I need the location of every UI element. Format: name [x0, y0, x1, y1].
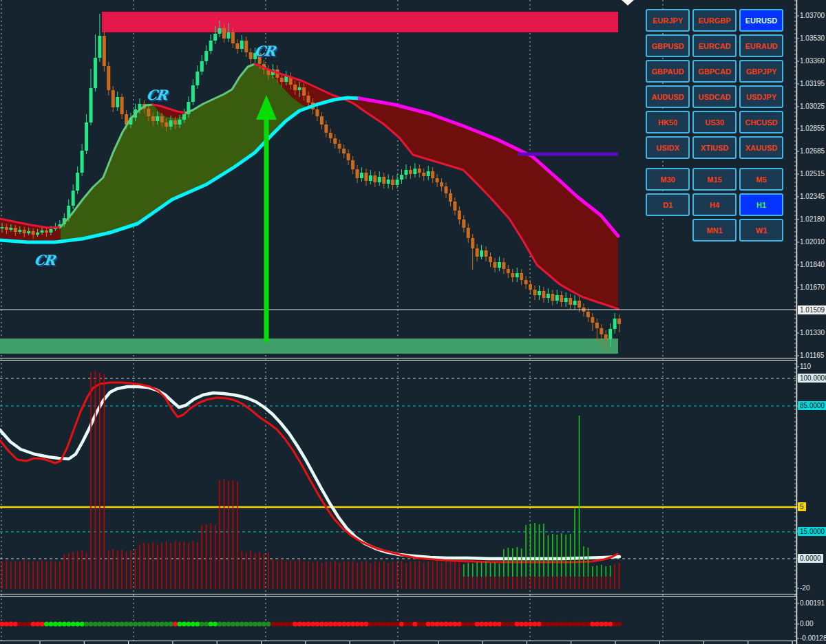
timeframe-button-M30[interactable]: M30 [646, 168, 690, 191]
cr-signal-marker: CR [253, 43, 275, 59]
symbol-button-USDCAD[interactable]: USDCAD [692, 85, 737, 108]
symbol-button-AUDUSD[interactable]: AUDUSD [646, 85, 690, 108]
price-scale-label: 1.03360 [800, 56, 825, 65]
symbol-button-GBPCAD[interactable]: GBPCAD [692, 60, 737, 83]
mt4-chart-window: 1.037001.035301.033601.031951.030251.028… [0, 0, 826, 644]
indicator-scale-label: 0.0000 [798, 554, 823, 563]
indicator-scale-label: 5 [798, 502, 806, 511]
symbol-button-EURJPY[interactable]: EURJPY [646, 9, 690, 32]
timeframe-button-M5[interactable]: M5 [739, 168, 783, 191]
symbol-button-USIDX[interactable]: USIDX [646, 136, 690, 159]
timeframe-button-W1[interactable]: W1 [739, 219, 783, 242]
timeframe-button-H1[interactable]: H1 [739, 193, 783, 216]
price-scale-label: 1.01840 [800, 260, 825, 269]
symbol-button-XTIUSD[interactable]: XTIUSD [692, 136, 737, 159]
symbol-button-XAUUSD[interactable]: XAUUSD [739, 136, 783, 159]
price-scale-label: 1.02855 [800, 124, 825, 133]
scroll-to-end-marker[interactable] [622, 0, 634, 6]
indicator-scale-label: 85.0000 [798, 401, 826, 410]
indicator-scale-label: -0.00128 [800, 634, 826, 643]
current-price-label: 1.01509 [798, 305, 826, 314]
symbol-button-US30[interactable]: US30 [692, 111, 737, 133]
symbol-button-HK50[interactable]: HK50 [646, 111, 690, 133]
price-scale-label: 1.02685 [800, 147, 825, 155]
support-zone [0, 339, 618, 354]
timeframe-button-D1[interactable]: D1 [646, 193, 690, 216]
indicator-scale-label: 110 [800, 362, 811, 371]
indicator-scale-label: 15.0000 [798, 527, 826, 536]
indicator-scale-label: 0.00 [800, 619, 813, 628]
cr-signal-marker: CR [33, 252, 55, 268]
indicator-scale-label: -20 [800, 583, 809, 592]
price-scale-label: 1.01670 [800, 283, 825, 292]
price-scale-label: 1.03530 [800, 34, 825, 43]
price-scale-label: 1.03700 [800, 11, 825, 20]
symbol-button-EURGBP[interactable]: EURGBP [692, 9, 737, 32]
symbol-button-EURAUD[interactable]: EURAUD [739, 34, 783, 57]
price-scale-label: 1.02345 [800, 192, 825, 201]
timeframe-button-H4[interactable]: H4 [692, 193, 737, 216]
price-scale-label: 1.01330 [800, 328, 825, 337]
price-scale-label: 1.03195 [800, 79, 825, 88]
symbol-button-EURUSD[interactable]: EURUSD [739, 9, 783, 32]
indicator-scale-label: 100.0000 [798, 374, 826, 383]
resistance-zone [102, 12, 618, 32]
cr-signal-marker: CR [145, 87, 167, 103]
symbol-button-USDJPY[interactable]: USDJPY [739, 85, 783, 108]
price-scale-label: 1.03025 [800, 102, 825, 111]
symbol-button-GBPUSD[interactable]: GBPUSD [646, 34, 690, 57]
symbol-button-GBPJPY[interactable]: GBPJPY [739, 60, 783, 83]
timeframe-button-MN1[interactable]: MN1 [692, 219, 737, 242]
price-scale-label: 1.02180 [800, 215, 825, 224]
symbol-button-EURCAD[interactable]: EURCAD [692, 34, 737, 57]
timeframe-button-M15[interactable]: M15 [692, 168, 737, 191]
price-scale-label: 1.02515 [800, 169, 825, 178]
symbol-button-GBPAUD[interactable]: GBPAUD [646, 60, 690, 83]
price-scale-label: 1.01165 [800, 351, 824, 360]
price-scale-label: 1.02010 [800, 237, 825, 246]
symbol-button-CHCUSD[interactable]: CHCUSD [739, 111, 783, 133]
indicator-scale-label: 0.00191 [800, 599, 825, 608]
